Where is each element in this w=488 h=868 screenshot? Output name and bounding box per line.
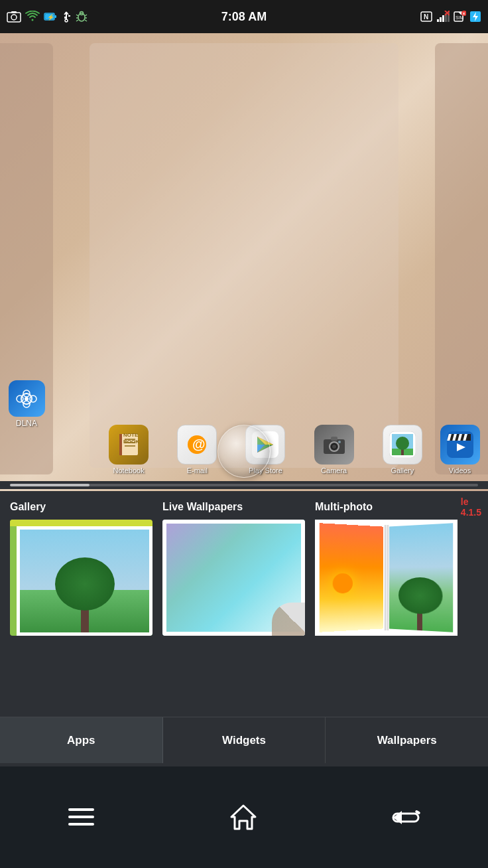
svg-text:⚡: ⚡	[47, 13, 55, 21]
svg-text:SIM: SIM	[456, 15, 464, 20]
app-icon-email[interactable]: @ E-mail	[172, 425, 222, 474]
wallpaper-grid: Gallery	[10, 501, 478, 636]
status-right-icons: N SIM ×	[420, 11, 481, 23]
svg-text:BOOK: BOOK	[123, 439, 139, 445]
tab-bar: Apps Widgets Wallpapers	[0, 717, 488, 763]
gallery-thumb	[10, 520, 152, 636]
email-icon-image: @	[177, 425, 217, 465]
battery-charging-icon: ⚡	[44, 11, 57, 23]
app-icon-gallery[interactable]: Gallery	[377, 425, 427, 474]
nav-bar	[0, 766, 488, 868]
tab-apps-label: Apps	[67, 734, 95, 747]
frame	[17, 526, 152, 636]
live-item-label: Live Wallpapers	[162, 501, 305, 513]
tab-apps[interactable]: Apps	[0, 717, 163, 763]
videos-icon-image	[440, 425, 480, 465]
svg-rect-25	[442, 15, 444, 22]
app-icon-camera[interactable]: Camera	[309, 425, 359, 474]
right-screen-panel[interactable]	[435, 43, 488, 474]
videos-label: Videos	[449, 467, 471, 474]
version-badge: le 4.1.5	[461, 496, 481, 518]
center-screen-panel	[90, 43, 398, 468]
svg-point-12	[65, 19, 68, 22]
svg-point-68	[396, 437, 409, 450]
svg-rect-4	[54, 15, 56, 18]
svg-line-15	[76, 15, 78, 16]
app-icon-notebook[interactable]: NOTE BOOK Notebook	[104, 425, 154, 474]
svg-rect-59	[331, 437, 337, 441]
usb-icon	[61, 11, 72, 23]
svg-rect-10	[64, 17, 67, 19]
live-thumb	[162, 520, 305, 636]
notebook-icon-image: NOTE BOOK	[109, 425, 149, 465]
status-left-icons: ⚡	[7, 11, 88, 23]
sun	[333, 573, 353, 594]
svg-point-38	[17, 396, 23, 402]
version-number: 4.1.5	[461, 507, 481, 518]
svg-rect-23	[437, 19, 439, 22]
back-button[interactable]	[387, 798, 426, 837]
right-page	[389, 523, 453, 632]
svg-point-42	[25, 397, 29, 401]
screenshot-icon	[7, 11, 21, 23]
wallpaper-item-live[interactable]: Live Wallpapers	[162, 501, 305, 636]
wallpaper-section: Gallery	[0, 491, 488, 717]
dlna-label: DLNA	[3, 419, 50, 428]
status-time: 7:08 AM	[221, 10, 267, 24]
wallpaper-item-multi[interactable]: Multi-photo	[315, 501, 457, 636]
gallery-item-label: Gallery	[10, 501, 152, 513]
gallery-icon-image	[383, 425, 422, 465]
gallery-label: Gallery	[391, 467, 414, 474]
svg-text:×: ×	[463, 11, 465, 16]
svg-text:NOTE: NOTE	[123, 432, 139, 438]
version-label-partial: le	[461, 496, 469, 507]
left-page	[320, 523, 383, 632]
menu-button[interactable]	[62, 798, 101, 837]
svg-line-19	[76, 20, 78, 21]
notebook-label: Notebook	[113, 467, 145, 474]
svg-point-39	[30, 396, 36, 402]
tab-wallpapers[interactable]: Wallpapers	[326, 717, 488, 763]
bubble-decoration	[217, 425, 271, 478]
dlna-icon-image	[9, 380, 45, 417]
tab-wallpapers-label: Wallpapers	[377, 734, 437, 747]
gallery-border-left	[10, 520, 17, 636]
sim-error-icon: SIM ×	[453, 11, 466, 23]
svg-rect-2	[11, 11, 17, 13]
tab-widgets-label: Widgets	[222, 734, 266, 747]
svg-point-63	[338, 441, 341, 443]
home-screen: DLNA NOTE BOOK Notebook	[0, 33, 488, 491]
debug-icon	[76, 11, 88, 23]
scroll-track	[10, 484, 478, 486]
scroll-indicator	[0, 481, 488, 489]
svg-text:N: N	[424, 13, 428, 21]
svg-line-20	[85, 20, 87, 21]
status-bar: ⚡	[0, 0, 488, 33]
signal-bars-icon	[436, 11, 450, 23]
svg-rect-24	[440, 17, 442, 22]
wallpaper-item-gallery[interactable]: Gallery	[10, 501, 152, 636]
gallery-inner	[17, 526, 152, 636]
book-spine	[385, 525, 389, 630]
scroll-thumb	[10, 484, 90, 486]
svg-rect-0	[7, 13, 21, 22]
nfc-icon: N	[420, 11, 433, 23]
app-icon-dlna[interactable]: DLNA	[3, 380, 50, 428]
svg-line-16	[85, 15, 87, 16]
camera-label: Camera	[321, 467, 347, 474]
svg-rect-11	[68, 15, 70, 17]
home-button[interactable]	[224, 798, 264, 837]
email-label: E-mail	[187, 467, 208, 474]
right-tree-canopy	[398, 577, 443, 615]
svg-point-1	[11, 15, 17, 20]
multi-item-label: Multi-photo	[315, 501, 457, 513]
flash-icon	[469, 11, 481, 23]
svg-text:@: @	[192, 437, 206, 451]
gallery-border-top	[10, 520, 152, 526]
svg-marker-80	[231, 806, 255, 829]
camera-icon-image	[314, 425, 354, 465]
tab-widgets[interactable]: Widgets	[163, 717, 326, 763]
app-icon-videos[interactable]: Videos	[432, 425, 488, 474]
wifi-icon	[25, 11, 40, 23]
svg-point-62	[332, 445, 336, 449]
